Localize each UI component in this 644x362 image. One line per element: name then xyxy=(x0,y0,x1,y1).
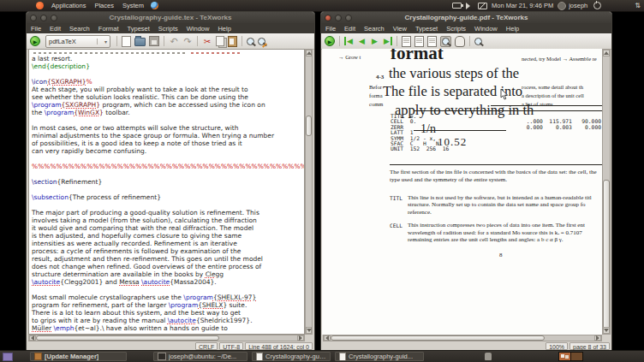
editor-text-area[interactable]: a last resort.\end{description} \icon{SX… xyxy=(28,49,305,335)
editor-line: to grips with it are by reading the manu… xyxy=(32,317,304,324)
menu-applications[interactable]: Applications xyxy=(47,2,90,9)
scroll-up-button[interactable] xyxy=(603,50,610,56)
horizontal-scrollbar[interactable] xyxy=(28,335,305,341)
fit-width-icon[interactable] xyxy=(414,36,424,47)
encoding[interactable]: UTF-8 xyxy=(219,342,243,350)
menu-item[interactable]: Window xyxy=(182,25,214,33)
editor-line: \subsection{The process of refinement} xyxy=(32,193,304,201)
scrollbar-thumb[interactable] xyxy=(331,335,545,341)
menu-item[interactable]: Help xyxy=(502,25,523,33)
open-file-icon[interactable] xyxy=(134,38,146,46)
save-file-icon[interactable] xyxy=(149,36,159,46)
vertical-scrollbar[interactable] xyxy=(602,49,611,335)
page-indicator[interactable]: page 8 of 33 xyxy=(569,342,610,350)
power-icon[interactable] xyxy=(593,2,601,9)
previous-page-icon[interactable]: ◀ xyxy=(357,37,367,45)
editor-line: There is a lot to learn about this syste… xyxy=(32,309,304,317)
undo-icon[interactable]: ↶ xyxy=(169,36,179,46)
menu-item[interactable]: File xyxy=(27,25,45,33)
scroll-up-button[interactable] xyxy=(306,50,312,56)
trash-icon[interactable] xyxy=(485,353,492,360)
menu-item[interactable]: Typeset xyxy=(123,25,154,33)
fit-window-icon[interactable] xyxy=(427,36,437,47)
magnified-text: 1/n xyxy=(420,122,436,136)
scroll-down-button[interactable] xyxy=(306,327,312,334)
pdf-page[interactable]: → Grow t format nected, try Model → Asse… xyxy=(322,49,602,335)
hand-tool-icon[interactable] xyxy=(455,36,465,47)
user-name[interactable]: joseph xyxy=(569,2,587,9)
workspace-switcher[interactable] xyxy=(558,352,583,361)
zoom-level[interactable]: 100% xyxy=(546,342,568,350)
workspace-2[interactable] xyxy=(570,353,582,360)
engine-select[interactable]: pdfLaTeX ▾ xyxy=(45,35,110,48)
menu-places[interactable]: Places xyxy=(90,2,118,9)
typeset-run-button[interactable]: ▶ xyxy=(325,36,335,46)
volume-icon[interactable] xyxy=(466,3,474,9)
first-page-icon[interactable]: ◀ xyxy=(344,37,354,45)
document-icon xyxy=(256,353,263,361)
show-desktop-icon[interactable] xyxy=(3,353,13,361)
scroll-right-button[interactable] xyxy=(297,335,304,341)
taskbar-item-terminal[interactable]: joseph@ubuntu: ~/De... xyxy=(153,352,247,361)
definition-entry: CELLThis instruction compresses two piec… xyxy=(390,222,592,243)
clock[interactable]: Mon Mar 21, 9:46 PM xyxy=(492,2,553,9)
menu-item[interactable]: Edit xyxy=(340,25,360,33)
firefox-icon[interactable] xyxy=(151,2,158,9)
network-arrows-icon[interactable]: ⇅ xyxy=(635,2,641,9)
menu-item[interactable]: File xyxy=(321,25,340,33)
titlebar[interactable]: Crystallography-guide.tex - TeXworks xyxy=(27,12,314,23)
last-page-icon[interactable]: ▶ xyxy=(383,37,392,45)
paste-icon[interactable] xyxy=(228,36,237,47)
status-bar: CRLF UTF-8 Line 488 of 1624; col 0 xyxy=(27,341,314,350)
menu-item[interactable]: Format xyxy=(94,25,123,33)
copy-icon[interactable] xyxy=(216,36,224,46)
cut-icon[interactable]: ✂ xyxy=(202,36,212,46)
editor-line: The major part of producing a good-quali… xyxy=(32,209,304,217)
editor-line: is then adjusted, and hopefully comes cl… xyxy=(32,232,304,240)
menu-item[interactable]: Search xyxy=(65,25,94,33)
menu-item[interactable]: View xyxy=(389,25,411,33)
scrollbar-thumb[interactable] xyxy=(36,335,219,341)
taskbar-item-texworks-pdf[interactable]: Crystallography-guid... xyxy=(335,352,424,361)
find-icon[interactable] xyxy=(247,38,254,45)
workspace-1[interactable] xyxy=(559,353,570,360)
eol-mode[interactable]: CRLF xyxy=(195,342,218,350)
redo-icon[interactable]: ↷ xyxy=(182,36,193,46)
menu-item[interactable]: Search xyxy=(360,25,389,33)
scroll-right-button[interactable] xyxy=(594,335,601,341)
menu-item[interactable]: Typeset xyxy=(411,25,442,33)
scroll-left-button[interactable] xyxy=(29,335,36,341)
chevron-down-icon: ▾ xyxy=(97,39,107,45)
taskbar-item-label: [Update Manager] xyxy=(45,353,98,360)
ubuntu-logo-icon[interactable] xyxy=(36,2,44,9)
scroll-down-button[interactable] xyxy=(603,327,610,334)
taskbar-item-texworks-source[interactable]: Crystallography-guid... xyxy=(252,352,331,361)
menu-system[interactable]: System xyxy=(118,2,148,9)
scroll-left-button[interactable] xyxy=(324,335,331,341)
menu-item[interactable]: Edit xyxy=(45,25,65,33)
typeset-run-button[interactable]: ▶ xyxy=(30,36,40,46)
editor-line xyxy=(32,116,304,124)
scrollbar-thumb[interactable] xyxy=(603,180,610,334)
menu-item[interactable]: Scripts xyxy=(442,25,470,33)
editor-line: process: a cycle of refinements is follo… xyxy=(32,247,304,255)
menu-item[interactable]: Scripts xyxy=(154,25,182,33)
new-file-icon[interactable] xyxy=(122,36,131,47)
battery-icon[interactable] xyxy=(452,3,462,9)
menu-item[interactable]: Window xyxy=(470,25,502,33)
taskbar-item-update-manager[interactable]: [Update Manager] xyxy=(30,352,127,361)
user-icon[interactable] xyxy=(558,2,566,10)
titlebar[interactable]: Crystallography-guide.pdf - TeXworks xyxy=(321,12,611,23)
find-icon[interactable] xyxy=(474,38,482,45)
vertical-scrollbar[interactable] xyxy=(305,49,313,335)
magnify-tool-icon[interactable] xyxy=(442,38,450,45)
menu-item[interactable]: Help xyxy=(213,25,235,33)
actual-size-icon[interactable] xyxy=(402,36,411,47)
horizontal-scrollbar[interactable] xyxy=(323,335,602,341)
editor-line: Müller \emph{et~al}.\ have also written … xyxy=(32,324,304,332)
editor-line: \section{Refinement} xyxy=(32,178,304,186)
scrollbar-thumb[interactable] xyxy=(306,116,312,136)
messages-icon[interactable] xyxy=(478,3,487,9)
window-title: Crystallography-guide.tex - TeXworks xyxy=(27,14,314,21)
next-page-icon[interactable]: ▶ xyxy=(370,37,379,45)
